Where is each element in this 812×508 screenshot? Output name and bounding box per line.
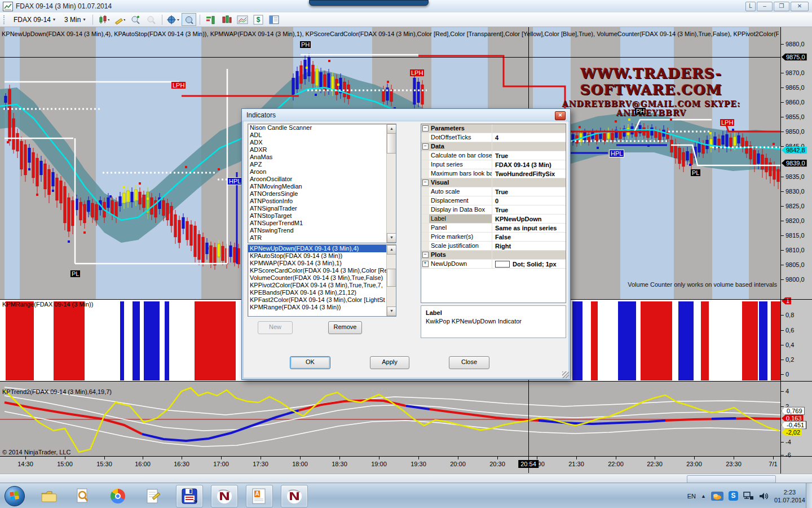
applied-indicator-item[interactable]: KPMRange(FDAX 09-14 (3 Min))	[248, 304, 396, 311]
close-button[interactable]: ✕	[791, 2, 809, 11]
indicator-list-item[interactable]: ATNSignalTrader	[248, 205, 396, 212]
indicator-list-item[interactable]: ATNOrdersSingle	[248, 190, 396, 198]
show-desktop-button[interactable]	[806, 483, 812, 508]
property-row-visual[interactable]: −Visual	[421, 178, 566, 187]
property-value[interactable]: True	[492, 152, 566, 159]
close-dialog-button[interactable]: Close	[449, 356, 489, 369]
applied-indicator-item[interactable]: KPPivot2Color(FDAX 09-14 (3 Min),True,Tr…	[248, 282, 396, 289]
property-row-label[interactable]: LabelKPNewUpDown	[421, 214, 566, 224]
scroll-up-icon[interactable]: ▲	[387, 245, 396, 255]
indicator-list-item[interactable]: ADX	[248, 139, 396, 146]
property-row-plots[interactable]: −Plots	[421, 251, 566, 260]
hidden-icons-chevron[interactable]: ▲	[701, 493, 706, 499]
property-row-data[interactable]: −Data	[421, 142, 566, 151]
line-chart-button[interactable]	[235, 13, 250, 26]
dialog-close-button[interactable]: ✕	[555, 111, 566, 120]
collapse-icon[interactable]: −	[422, 143, 429, 150]
new-button[interactable]: New	[258, 321, 293, 334]
ok-button[interactable]: OK	[290, 356, 330, 369]
property-row-display-in-data-box[interactable]: Display in Data BoxTrue	[421, 205, 566, 214]
chart-trader-button[interactable]	[219, 13, 234, 26]
speaker-icon[interactable]	[759, 492, 769, 501]
zoom-out-button[interactable]	[144, 13, 158, 26]
collapse-icon[interactable]: −	[422, 125, 429, 132]
panel-button[interactable]	[267, 13, 281, 26]
property-row-newupdown[interactable]: +NewUpDownDot; Solid; 1px	[421, 260, 566, 269]
property-row-input-series[interactable]: Input seriesFDAX 09-14 (3 Min)	[421, 160, 566, 169]
collapse-icon[interactable]: −	[422, 179, 429, 186]
scroll-down-icon[interactable]: ▼	[387, 233, 396, 243]
indicator-property-grid[interactable]: −ParametersDotOffsetTicks4−DataCalculate…	[421, 124, 566, 303]
writer-app-button[interactable]: A	[246, 485, 273, 507]
expand-icon[interactable]: +	[422, 261, 429, 267]
property-value[interactable]: Right	[492, 243, 566, 249]
title-bar[interactable]: FDAX 09-14 (3 Min) 01.07.2014 L – ❐ ✕	[0, 0, 812, 13]
applied-indicator-item[interactable]: KPAutoStop(FDAX 09-14 (3 Min))	[248, 252, 396, 260]
price-axis[interactable]: 9880,09870,09865,09860,09855,09850,09845…	[780, 27, 812, 474]
applied-list-scrollbar[interactable]: ▲ ▼	[386, 245, 396, 316]
scroll-up-icon[interactable]: ▲	[387, 124, 396, 134]
property-value[interactable]: Dot; Solid; 1px	[492, 261, 566, 268]
search-taskbar-icon[interactable]	[73, 487, 92, 505]
explorer-taskbar-icon[interactable]	[39, 487, 59, 505]
notepad-taskbar-icon[interactable]	[144, 487, 163, 505]
account-button[interactable]: $	[251, 13, 266, 26]
indicators-button[interactable]	[204, 13, 218, 26]
remove-button[interactable]: Remove	[328, 321, 362, 334]
minimize-button[interactable]: –	[757, 2, 773, 11]
indicator-list-item[interactable]: ADXR	[248, 146, 396, 154]
indicator-list-item[interactable]: ATNSuperTrendM1	[248, 220, 396, 227]
scrollbar-thumb[interactable]	[387, 133, 396, 154]
network-icon[interactable]	[743, 492, 754, 501]
property-value[interactable]: FDAX 09-14 (3 Min)	[492, 161, 566, 168]
indicator-list-item[interactable]: Nison Candle Scanner	[248, 124, 396, 132]
property-row-auto-scale[interactable]: Auto scaleTrue	[421, 187, 566, 196]
scroll-down-icon[interactable]: ▼	[387, 306, 396, 316]
property-row-scale-justification[interactable]: Scale justificationRight	[421, 242, 566, 251]
chrome-taskbar-icon[interactable]	[108, 487, 127, 505]
lock-button[interactable]: L	[745, 2, 756, 11]
indicators-dialog[interactable]: Indicators ✕ Nison Candle ScannerADLADXA…	[241, 108, 571, 380]
property-row-price-marker-s-[interactable]: Price marker(s)False	[421, 233, 566, 242]
property-row-calculate-on-bar-close[interactable]: Calculate on bar closeTrue	[421, 151, 566, 160]
data-box-button[interactable]	[182, 13, 196, 26]
crosshair-button[interactable]	[166, 13, 180, 26]
background-window-tab[interactable]	[309, 0, 429, 6]
plot-color-swatch[interactable]	[495, 261, 510, 268]
applied-indicator-item[interactable]: VolumeCounter(FDAX 09-14 (3 Min),True,Fa…	[248, 274, 396, 282]
indicator-list-item[interactable]: AroonOscillator	[248, 176, 396, 183]
apply-button[interactable]: Apply	[370, 356, 409, 369]
indicator-list-item[interactable]: ATNMovingMedian	[248, 183, 396, 190]
property-value[interactable]: 0	[492, 198, 566, 204]
indicator-list-item[interactable]: AnaMas	[248, 154, 396, 161]
property-value[interactable]: True	[492, 189, 566, 195]
applied-indicators-list[interactable]: KPNewUpDown(FDAX 09-14 (3 Min),4)KPAutoS…	[248, 244, 396, 317]
dialog-title-bar[interactable]: Indicators ✕	[242, 109, 570, 121]
property-row-parameters[interactable]: −Parameters	[421, 124, 566, 133]
interval-selector[interactable]: 3 Min ▾	[60, 14, 89, 25]
property-value[interactable]: 4	[492, 134, 566, 141]
property-row-maximum-bars-look-ba[interactable]: Maximum bars look baTwoHundredFiftySix	[421, 169, 566, 178]
start-button[interactable]	[5, 486, 25, 506]
indicator-list-item[interactable]: ATR	[248, 234, 396, 242]
collapse-icon[interactable]: −	[422, 252, 429, 258]
scrollbar-thumb[interactable]	[387, 269, 396, 287]
indicator-list-item[interactable]: ATNPostionInfo	[248, 198, 396, 205]
indicator-list-item[interactable]: ATNswingTrend	[248, 227, 396, 234]
indicator-list-item[interactable]: APZ	[248, 161, 396, 168]
ninjatrader-app-button-2[interactable]	[281, 485, 308, 507]
applied-indicator-item[interactable]: KPFast2Color(FDAX 09-14 (3 Min),Color [L…	[248, 296, 396, 304]
kptrend2-panel[interactable]: KPTrend2(FDAX 09-14 (3 Min),64,19,7) © 2…	[0, 381, 780, 457]
resize-grip[interactable]	[562, 371, 569, 378]
toolbar-grip[interactable]	[3, 15, 6, 24]
time-axis[interactable]: 14:3015:0015:3016:0016:3017:0017:3018:00…	[0, 456, 780, 474]
weather-cloud-icon[interactable]	[711, 492, 723, 501]
ninjatrader-app-button[interactable]	[211, 485, 238, 507]
applied-indicator-item[interactable]: KPMWAP(FDAX 09-14 (3 Min),1)	[248, 260, 396, 267]
property-value[interactable]: Same as input series	[492, 225, 566, 231]
instrument-selector[interactable]: FDAX 09-14 ▾	[10, 14, 59, 25]
clock[interactable]: 2:23 01.07.2014	[774, 488, 805, 504]
language-indicator[interactable]: EN	[687, 493, 696, 500]
applied-indicator-item[interactable]: KPScoreCardColor(FDAX 09-14 (3 Min),Colo…	[248, 267, 396, 274]
available-indicators-list[interactable]: Nison Candle ScannerADLADXADXRAnaMasAPZA…	[248, 124, 396, 243]
